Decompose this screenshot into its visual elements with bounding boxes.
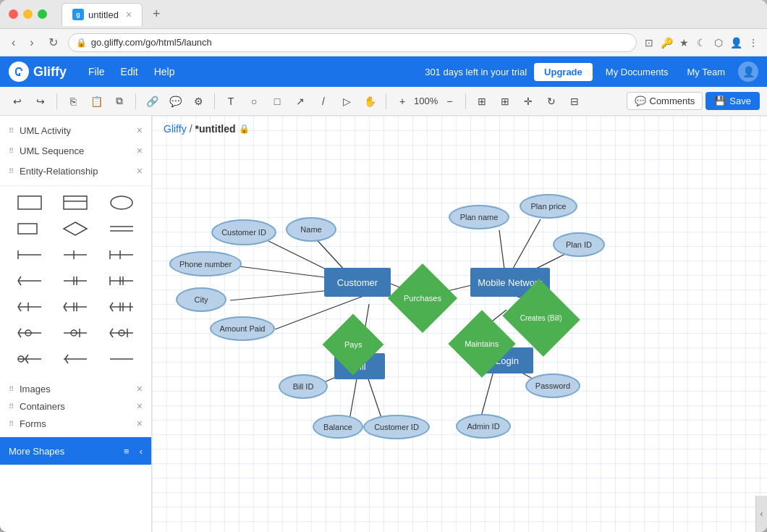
maximize-button[interactable] <box>38 9 47 19</box>
entity-customer[interactable]: Customer <box>324 268 391 297</box>
comment-tool-button[interactable]: 💬 <box>165 91 185 111</box>
menu-help[interactable]: Help <box>147 62 182 81</box>
attr-plan-price[interactable]: Plan price <box>520 194 577 219</box>
more-shapes-button[interactable]: More Shapes ≡ ‹ <box>0 437 151 465</box>
drag-handle-cont: ⠿ <box>9 402 14 410</box>
back-button[interactable]: ‹ <box>7 33 20 52</box>
shape-rect-split[interactable] <box>55 192 97 214</box>
attr-password[interactable]: Password <box>525 373 580 398</box>
attr-plan-id[interactable]: Plan ID <box>553 232 605 257</box>
forms-close[interactable]: × <box>137 418 143 429</box>
new-tab-button[interactable]: + <box>148 7 165 22</box>
sidebar-item-uml-sequence[interactable]: ⠿ UML Sequence × <box>0 140 151 161</box>
close-button[interactable] <box>9 9 18 19</box>
select-button[interactable]: ▷ <box>336 91 357 111</box>
sidebar-containers[interactable]: ⠿ Containers × <box>0 397 151 415</box>
shape-conn-13[interactable] <box>9 348 51 370</box>
attr-name[interactable]: Name <box>286 217 336 242</box>
connect-button[interactable]: 🔗 <box>142 91 162 111</box>
duplicate-button[interactable]: ⧉ <box>109 91 130 111</box>
undo-button[interactable]: ↩ <box>7 91 27 111</box>
menu-file[interactable]: File <box>81 62 112 81</box>
my-team-button[interactable]: My Team <box>682 63 732 81</box>
shape-conn-7[interactable] <box>9 296 51 318</box>
layers-button[interactable]: ⊟ <box>564 91 585 111</box>
save-button[interactable]: 💾 Save <box>705 92 760 110</box>
attr-bill-id[interactable]: Bill ID <box>279 374 328 399</box>
rel-creates-bill[interactable]: Creates (Bill) <box>512 292 570 344</box>
tab-close-button[interactable]: × <box>126 9 132 20</box>
shape-conn-2[interactable] <box>55 244 97 266</box>
shape-conn-8[interactable] <box>55 296 97 318</box>
rel-purchases[interactable]: Purchases <box>398 274 447 323</box>
sidebar-close-uml-activity[interactable]: × <box>137 124 143 136</box>
upgrade-button[interactable]: Upgrade <box>534 63 593 81</box>
shape-rect-small[interactable] <box>9 218 51 240</box>
shape-conn-14[interactable] <box>55 348 97 370</box>
attr-balance[interactable]: Balance <box>313 415 363 439</box>
paste-button[interactable]: 📋 <box>86 91 106 111</box>
attr-admin-id[interactable]: Admin ID <box>456 414 511 439</box>
shape-diamond[interactable] <box>55 218 97 240</box>
sidebar-forms[interactable]: ⠿ Forms × <box>0 415 151 432</box>
rect-button[interactable]: □ <box>267 91 287 111</box>
shape-conn-15[interactable] <box>101 348 143 370</box>
pan-button[interactable]: ✋ <box>360 91 380 111</box>
menu-edit[interactable]: Edit <box>114 62 145 81</box>
attr-amount[interactable]: Amount Paid <box>210 316 275 341</box>
containers-close[interactable]: × <box>137 400 143 412</box>
active-tab[interactable]: g untitled × <box>62 3 143 26</box>
shape-conn-4[interactable] <box>9 270 51 292</box>
sidebar-item-uml-activity[interactable]: ⠿ UML Activity × <box>0 120 151 140</box>
copy-button[interactable]: ⎘ <box>63 91 83 111</box>
images-close[interactable]: × <box>137 383 143 394</box>
arrow-button[interactable]: ↗ <box>290 91 310 111</box>
breadcrumb-parent[interactable]: Gliffy <box>164 123 187 135</box>
shape-conn-6[interactable] <box>101 270 143 292</box>
grid-button[interactable]: ⊞ <box>495 91 515 111</box>
attr-phone[interactable]: Phone number <box>169 251 242 276</box>
shape-conn-1[interactable] <box>9 244 51 266</box>
collapse-panel-button[interactable]: ‹ <box>755 496 767 532</box>
rel-pays[interactable]: Pays <box>331 323 375 366</box>
reload-button[interactable]: ↻ <box>44 33 62 52</box>
address-input[interactable]: 🔒 go.gliffy.com/go/html5/launch <box>68 33 637 52</box>
sidebar-item-er[interactable]: ⠿ Entity-Relationship × <box>0 161 151 181</box>
my-documents-button[interactable]: My Documents <box>600 63 674 81</box>
menu-icon[interactable]: ⋮ <box>747 36 760 49</box>
attr-customer-id[interactable]: Customer ID <box>211 219 276 245</box>
bookmark-icon[interactable]: ★ <box>677 36 690 49</box>
shape-conn-10[interactable] <box>9 322 51 344</box>
rel-maintains[interactable]: Maintains <box>458 320 506 368</box>
zoom-in-button[interactable]: + <box>392 91 412 111</box>
shape-conn-12[interactable] <box>101 322 143 344</box>
fit-button[interactable]: ⊞ <box>472 91 492 111</box>
forward-button[interactable]: › <box>25 33 38 52</box>
sidebar-close-er[interactable]: × <box>137 165 143 177</box>
redo-button[interactable]: ↪ <box>30 91 51 111</box>
rotate-button[interactable]: ↻ <box>541 91 562 111</box>
settings-button[interactable]: ⚙ <box>188 91 208 111</box>
shape-conn-11[interactable] <box>55 322 97 344</box>
shape-conn-5[interactable] <box>55 270 97 292</box>
comments-button[interactable]: 💬 Comments <box>627 92 703 110</box>
ellipse-button[interactable]: ○ <box>244 91 264 111</box>
sidebar-images[interactable]: ⠿ Images × <box>0 380 151 397</box>
attr-plan-name[interactable]: Plan name <box>449 205 509 229</box>
sidebar-close-uml-sequence[interactable]: × <box>137 145 143 156</box>
attr-city[interactable]: City <box>176 287 226 312</box>
user-avatar[interactable]: 👤 <box>738 62 758 82</box>
line-button[interactable]: / <box>313 91 334 111</box>
attr-customer-id2[interactable]: Customer ID <box>363 415 430 439</box>
canvas-area[interactable]: Gliffy / *untitled 🔒 <box>152 116 767 532</box>
minimize-button[interactable] <box>23 9 33 19</box>
move-button[interactable]: ✛ <box>518 91 538 111</box>
diagram-lock-icon: 🔒 <box>239 124 250 134</box>
shape-conn-9[interactable] <box>101 296 143 318</box>
zoom-out-button[interactable]: − <box>439 91 459 111</box>
text-button[interactable]: T <box>221 91 241 111</box>
shape-line-double[interactable] <box>101 218 143 240</box>
shape-ellipse[interactable] <box>101 192 143 214</box>
shape-conn-3[interactable] <box>101 244 143 266</box>
shape-rect[interactable] <box>9 192 51 214</box>
